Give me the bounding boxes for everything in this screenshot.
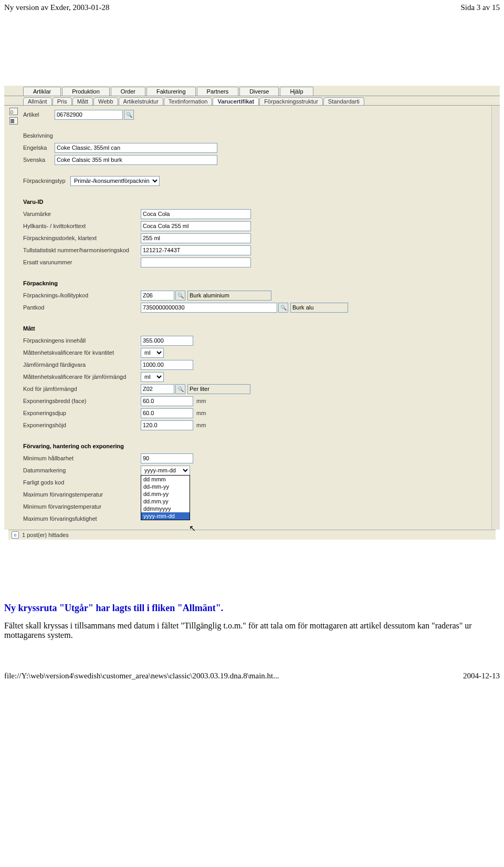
- artikel-label: Artikel: [23, 111, 55, 118]
- ersatt-input[interactable]: [141, 257, 251, 267]
- sub-tab[interactable]: Mått: [72, 97, 93, 105]
- forp-innehall-label: Förpackningens innehåll: [23, 337, 141, 344]
- hyllkant-input[interactable]: [141, 221, 251, 231]
- jamfor-fardig-label: Jämförmängd färdigvara: [23, 362, 141, 368]
- expon-hojd-label: Exponeringshöjd: [23, 422, 141, 428]
- dropdown-option[interactable]: dd.mm.yy: [141, 498, 190, 505]
- max-forv-temp-label: Maximum förvaringstemperatur: [23, 491, 141, 498]
- kod-jamfor-desc: [187, 384, 250, 394]
- dropdown-option[interactable]: yyyy-mm-dd: [141, 512, 190, 520]
- matt-kval-kvant-label: Måttenhetskvalificerare för kvantitet: [23, 349, 141, 356]
- expon-bredd-input[interactable]: [141, 396, 193, 406]
- mm-unit-3: mm: [196, 422, 206, 428]
- main-tab[interactable]: Fakturering: [146, 87, 196, 96]
- datummark-label: Datummarkering: [23, 467, 141, 473]
- kod-jamfor-code-input[interactable]: [141, 384, 174, 394]
- datummark-dropdown-list[interactable]: dd mmmdd-mm-yydd.mm-yydd.mm.yyddmmyyyyyy…: [141, 475, 190, 520]
- dropdown-option[interactable]: dd mmm: [141, 476, 190, 483]
- sub-tab[interactable]: Varucertifikat: [213, 97, 259, 105]
- svenska-label: Svenska: [23, 157, 55, 163]
- footnote-title: Ny kryssruta "Utgår" har lagts till i fl…: [4, 603, 500, 614]
- forpackning-heading: Förpackning: [23, 280, 141, 286]
- forp-kolli-lookup-icon[interactable]: 🔍: [175, 291, 185, 301]
- min-hallbar-label: Minimum hållbarhet: [23, 455, 141, 461]
- main-tab[interactable]: Artiklar: [23, 87, 61, 96]
- max-forv-fukt-label: Maximum förvaringsfuktighet: [23, 515, 141, 522]
- footer-date: 2004-12-13: [463, 672, 500, 680]
- artikel-input[interactable]: [55, 110, 123, 120]
- engelska-label: Engelska: [23, 145, 55, 151]
- jamfor-fardig-input[interactable]: [141, 360, 193, 370]
- forpackningstyp-label: Förpackningstyp: [23, 178, 70, 184]
- page-header: Ny version av Exder, 2003-01-28 Sida 3 a…: [0, 0, 504, 12]
- sub-tab[interactable]: Artikelstruktur: [119, 97, 163, 105]
- vertical-scrollbar[interactable]: [491, 106, 500, 530]
- status-text: 1 post(er) hittades: [22, 532, 69, 538]
- kod-jamfor-label: Kod för jämförmängd: [23, 386, 141, 392]
- matt-kval-jamfor-label: Måttenhetskvalificerare för jämförmängd: [23, 374, 141, 380]
- expon-djup-label: Exponeringsdjup: [23, 410, 141, 416]
- main-tab-bar: ArtiklarProduktionOrderFaktureringPartne…: [4, 86, 500, 96]
- farligt-gods-label: Farligt gods kod: [23, 479, 141, 486]
- app-window: ArtiklarProduktionOrderFaktureringPartne…: [4, 86, 500, 540]
- unit-jamfor-select[interactable]: ml: [141, 372, 164, 382]
- main-tab[interactable]: Order: [111, 87, 145, 96]
- main-tab[interactable]: Hjälp: [280, 87, 313, 96]
- sub-tab-bar: AllmäntPrisMåttWebbArtikelstrukturTextin…: [4, 96, 500, 106]
- sub-tab[interactable]: Pris: [52, 97, 72, 105]
- forp-storlek-input[interactable]: [141, 233, 251, 243]
- forp-kolli-code-input[interactable]: [141, 291, 174, 301]
- desc-sv-input[interactable]: [55, 155, 217, 165]
- page-footer: file://Y:\web\version4\swedish\customer_…: [0, 640, 504, 685]
- pantkod-input[interactable]: [141, 303, 277, 313]
- footnote-body: Fältet skall kryssas i tillsammans med d…: [4, 621, 500, 640]
- footer-path: file://Y:\web\version4\swedish\customer_…: [4, 672, 279, 680]
- tullstat-label: Tullstatistiskt nummer/harmoniseringskod: [23, 247, 141, 253]
- list-icon[interactable]: ≣: [9, 117, 18, 125]
- mm-unit-2: mm: [196, 410, 206, 416]
- desc-en-input[interactable]: [55, 143, 217, 153]
- beskrivning-heading: Beskrivning: [23, 132, 65, 139]
- main-tab[interactable]: Partners: [197, 87, 239, 96]
- unit-kvant-select[interactable]: ml: [141, 348, 164, 358]
- mm-unit-1: mm: [196, 398, 206, 404]
- main-tab[interactable]: Diverse: [239, 87, 279, 96]
- sub-tab[interactable]: Standardarti: [323, 97, 364, 105]
- dropdown-option[interactable]: dd.mm-yy: [141, 490, 190, 498]
- forp-kolli-desc: [187, 291, 271, 301]
- side-toolbar: ⌂ ≣: [9, 108, 18, 525]
- status-icon: e: [12, 531, 19, 539]
- page-number: Sida 3 av 15: [460, 3, 500, 12]
- home-icon[interactable]: ⌂: [9, 108, 18, 115]
- dropdown-option[interactable]: ddmmyyyy: [141, 505, 190, 512]
- doc-title: Ny version av Exder, 2003-01-28: [4, 3, 110, 12]
- min-forv-temp-label: Minimum förvaringstemperatur: [23, 503, 141, 510]
- expon-bredd-label: Exponeringsbredd (face): [23, 398, 141, 404]
- varu-id-heading: Varu-ID: [23, 199, 141, 205]
- min-hallbar-input[interactable]: [141, 453, 193, 463]
- datummark-select[interactable]: yyyy-mm-dd: [141, 466, 190, 476]
- sub-tab[interactable]: Textinformation: [164, 97, 213, 105]
- forp-storlek-label: Förpackningsstorlek, klartext: [23, 235, 141, 241]
- expon-djup-input[interactable]: [141, 408, 193, 418]
- artikel-lookup-icon[interactable]: 🔍: [124, 110, 134, 120]
- form-panel: ⌂ ≣ Artikel 🔍 Beskrivning Engelska Svens…: [4, 106, 500, 530]
- sub-tab[interactable]: Webb: [93, 97, 118, 105]
- main-tab[interactable]: Produktion: [62, 87, 110, 96]
- varumarke-label: Varumärke: [23, 211, 141, 217]
- matt-heading: Mått: [23, 325, 141, 332]
- varumarke-input[interactable]: [141, 209, 251, 219]
- kod-jamfor-lookup-icon[interactable]: 🔍: [175, 384, 185, 394]
- ersatt-label: Ersatt varunummer: [23, 259, 141, 265]
- forpackningstyp-select[interactable]: Primär-/konsumentförpackning: [70, 176, 160, 186]
- expon-hojd-input[interactable]: [141, 420, 193, 430]
- tullstat-input[interactable]: [141, 245, 251, 255]
- status-bar: e 1 post(er) hittades: [8, 530, 496, 540]
- sub-tab[interactable]: Allmänt: [23, 97, 52, 105]
- forp-innehall-input[interactable]: [141, 336, 193, 346]
- sub-tab[interactable]: Förpackningsstruktur: [259, 97, 323, 105]
- footnote-section: Ny kryssruta "Utgår" har lagts till i fl…: [4, 603, 500, 640]
- hyllkant-label: Hyllkants- / kvittokorttext: [23, 223, 141, 229]
- pantkod-lookup-icon[interactable]: 🔍: [278, 303, 288, 313]
- dropdown-option[interactable]: dd-mm-yy: [141, 483, 190, 490]
